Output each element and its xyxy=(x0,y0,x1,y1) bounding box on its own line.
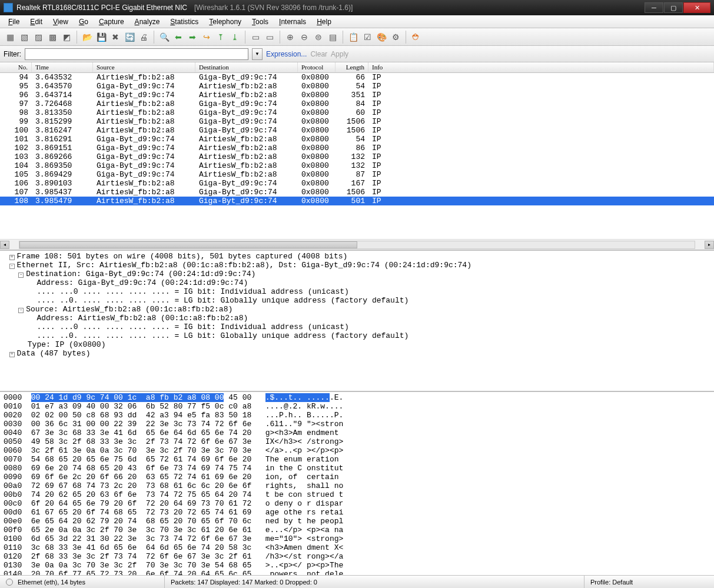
col-time[interactable]: Time xyxy=(32,62,93,72)
zoom-in-icon[interactable]: ⊕ xyxy=(284,31,297,44)
colorize-icon[interactable]: ▭ xyxy=(249,31,262,44)
prefs-icon[interactable]: ⚙ xyxy=(389,31,402,44)
hex-line[interactable]: 0130 3e 0a 0a 3c 70 3e 3c 2f 70 3e 3c 70… xyxy=(4,561,710,570)
menu-internals[interactable]: Internals xyxy=(274,16,311,27)
hex-line[interactable]: 0060 3c 2f 61 3e 0a 0a 3c 70 3e 3c 2f 70… xyxy=(4,446,710,455)
hex-line[interactable]: 0030 00 36 6c 31 00 00 22 39 22 3e 3c 73… xyxy=(4,420,710,428)
packet-row[interactable]: 1043.869350Giga-Byt_d9:9c:74AirtiesW_fb:… xyxy=(0,161,714,170)
close-file-icon[interactable]: ✖ xyxy=(109,31,122,44)
packet-row[interactable]: 1033.869266Giga-Byt_d9:9c:74AirtiesW_fb:… xyxy=(0,152,714,161)
menu-edit[interactable]: Edit xyxy=(25,16,47,27)
hex-line[interactable]: 00f0 65 2e 0a 0a 3c 2f 70 3e 3c 70 3e 3c… xyxy=(4,526,710,534)
tree-node[interactable]: .... ..0. .... .... .... .... = LG bit: … xyxy=(0,331,714,340)
col-source[interactable]: Source xyxy=(93,62,195,72)
menu-statistics[interactable]: Statistics xyxy=(165,16,203,27)
zoom-out-icon[interactable]: ⊖ xyxy=(298,31,311,44)
reload-icon[interactable]: 🔄 xyxy=(123,31,136,44)
save-icon[interactable]: 💾 xyxy=(95,31,108,44)
tree-node[interactable]: +Data (487 bytes) xyxy=(0,349,714,358)
packet-details-pane[interactable]: +Frame 108: 501 bytes on wire (4008 bits… xyxy=(0,251,714,392)
col-destination[interactable]: Destination xyxy=(195,62,298,72)
tree-node[interactable]: -Ethernet II, Src: AirtiesW_fb:b2:a8 (00… xyxy=(0,261,714,270)
expression-button[interactable]: Expression... xyxy=(266,50,307,58)
auto-scroll-icon[interactable]: ▭ xyxy=(263,31,276,44)
col-protocol[interactable]: Protocol xyxy=(298,62,336,72)
tree-node[interactable]: .... ..0. .... .... .... .... = LG bit: … xyxy=(0,296,714,305)
display-filters-icon[interactable]: ☑ xyxy=(361,31,374,44)
packet-row[interactable]: 1003.816247AirtiesW_fb:b2:a8Giga-Byt_d9:… xyxy=(0,126,714,135)
hex-line[interactable]: 0000 00 24 1d d9 9c 74 00 1c a8 fb b2 a8… xyxy=(4,393,710,402)
packet-row[interactable]: 1083.985479AirtiesW_fb:b2:a8Giga-Byt_d9:… xyxy=(0,197,714,205)
hex-line[interactable]: 0140 20 70 6f 77 65 72 73 20 6e 6f 74 20… xyxy=(4,570,710,575)
filter-input[interactable] xyxy=(25,48,248,60)
tree-node[interactable]: -Destination: Giga-Byt_d9:9c:74 (00:24:1… xyxy=(0,270,714,278)
packet-row[interactable]: 1063.890103AirtiesW_fb:b2:a8Giga-Byt_d9:… xyxy=(0,179,714,188)
capture-interfaces-icon[interactable]: ▦ xyxy=(4,31,16,44)
maximize-button[interactable]: ▢ xyxy=(664,2,683,13)
packet-row[interactable]: 1013.816291Giga-Byt_d9:9c:74AirtiesW_fb:… xyxy=(0,135,714,144)
packet-row[interactable]: 983.813350AirtiesW_fb:b2:a8Giga-Byt_d9:9… xyxy=(0,108,714,117)
coloring-rules-icon[interactable]: 🎨 xyxy=(375,31,388,44)
tree-node[interactable]: .... ...0 .... .... .... .... = IG bit: … xyxy=(0,323,714,331)
scroll-left-icon[interactable]: ◂ xyxy=(0,241,9,249)
hex-line[interactable]: 00b0 74 20 62 65 20 63 6f 6e 73 74 72 75… xyxy=(4,490,710,499)
tree-node[interactable]: +Frame 108: 501 bytes on wire (4008 bits… xyxy=(0,252,714,261)
packet-list-header[interactable]: No. Time Source Destination Protocol Len… xyxy=(0,62,714,73)
help-icon[interactable]: ⛑ xyxy=(410,31,423,44)
hex-line[interactable]: 00a0 72 69 67 68 74 73 2c 20 73 68 61 6c… xyxy=(4,481,710,490)
scroll-right-icon[interactable]: ▸ xyxy=(705,241,714,249)
hex-line[interactable]: 0020 02 02 00 50 c8 68 93 dd 42 a3 94 e5… xyxy=(4,411,710,420)
menu-help[interactable]: Help xyxy=(312,16,336,27)
menu-view[interactable]: View xyxy=(48,16,73,27)
packet-row[interactable]: 1073.985437AirtiesW_fb:b2:a8Giga-Byt_d9:… xyxy=(0,188,714,197)
hex-line[interactable]: 0050 49 58 3c 2f 68 33 3e 3c 2f 73 74 72… xyxy=(4,437,710,446)
packet-row[interactable]: 943.643532AirtiesW_fb:b2:a8Giga-Byt_d9:9… xyxy=(0,73,714,82)
apply-button[interactable]: Apply xyxy=(331,50,348,58)
print-icon[interactable]: 🖨 xyxy=(137,31,150,44)
hex-line[interactable]: 0120 2f 68 33 3e 3c 2f 73 74 72 6f 6e 67… xyxy=(4,552,710,561)
col-length[interactable]: Length xyxy=(336,62,368,72)
filter-dropdown[interactable]: ▼ xyxy=(252,48,263,60)
hex-line[interactable]: 0100 6d 65 3d 22 31 30 22 3e 3c 73 74 72… xyxy=(4,534,710,543)
tree-node[interactable]: -Source: AirtiesW_fb:b2:a8 (00:1c:a8:fb:… xyxy=(0,305,714,314)
capture-filters-icon[interactable]: 📋 xyxy=(347,31,360,44)
tree-node[interactable]: Type: IP (0x0800) xyxy=(0,340,714,349)
packet-row[interactable]: 993.815299AirtiesW_fb:b2:a8Giga-Byt_d9:9… xyxy=(0,117,714,126)
col-no[interactable]: No. xyxy=(0,62,32,72)
capture-stop-icon[interactable]: ▩ xyxy=(46,31,59,44)
tree-node[interactable]: Address: Giga-Byt_d9:9c:74 (00:24:1d:d9:… xyxy=(0,278,714,287)
clear-button[interactable]: Clear xyxy=(310,50,327,58)
close-button[interactable]: ✕ xyxy=(683,2,710,13)
hex-line[interactable]: 0090 69 6f 6e 2c 20 6f 66 20 63 65 72 74… xyxy=(4,473,710,481)
minimize-button[interactable]: ─ xyxy=(645,2,663,13)
go-first-icon[interactable]: ⤒ xyxy=(214,31,227,44)
hex-line[interactable]: 0110 3c 68 33 3e 41 6d 65 6e 64 6d 65 6e… xyxy=(4,543,710,552)
menu-telephony[interactable]: Telephony xyxy=(204,16,246,27)
packet-bytes-pane[interactable]: 0000 00 24 1d d9 9c 74 00 1c a8 fb b2 a8… xyxy=(0,392,714,575)
open-icon[interactable]: 📂 xyxy=(81,31,94,44)
menu-analyze[interactable]: Analyze xyxy=(130,16,165,27)
hex-line[interactable]: 0040 67 3e 3c 68 33 3e 41 6d 65 6e 64 6d… xyxy=(4,428,710,437)
go-back-icon[interactable]: ⬅ xyxy=(172,31,185,44)
capture-restart-icon[interactable]: ◩ xyxy=(60,31,73,44)
packet-list-body[interactable]: 943.643532AirtiesW_fb:b2:a8Giga-Byt_d9:9… xyxy=(0,73,714,239)
zoom-reset-icon[interactable]: ⊜ xyxy=(312,31,325,44)
packet-row[interactable]: 1053.869429Giga-Byt_d9:9c:74AirtiesW_fb:… xyxy=(0,170,714,179)
tree-node[interactable]: Address: AirtiesW_fb:b2:a8 (00:1c:a8:fb:… xyxy=(0,314,714,323)
hex-line[interactable]: 0070 54 68 65 20 65 6e 75 6d 65 72 61 74… xyxy=(4,455,710,464)
packet-row[interactable]: 1023.869151Giga-Byt_d9:9c:74AirtiesW_fb:… xyxy=(0,144,714,152)
menu-go[interactable]: Go xyxy=(74,16,93,27)
go-to-icon[interactable]: ↪ xyxy=(200,31,213,44)
packet-row[interactable]: 973.726468AirtiesW_fb:b2:a8Giga-Byt_d9:9… xyxy=(0,99,714,108)
capture-start-icon[interactable]: ▨ xyxy=(32,31,45,44)
tree-node[interactable]: .... ...0 .... .... .... .... = IG bit: … xyxy=(0,287,714,296)
resize-cols-icon[interactable]: ▤ xyxy=(326,31,339,44)
packet-row[interactable]: 963.643714Giga-Byt_d9:9c:74AirtiesW_fb:b… xyxy=(0,91,714,99)
go-last-icon[interactable]: ⤓ xyxy=(228,31,241,44)
go-forward-icon[interactable]: ➡ xyxy=(186,31,199,44)
hex-line[interactable]: 00c0 6f 20 64 65 6e 79 20 6f 72 20 64 69… xyxy=(4,499,710,508)
hex-line[interactable]: 0010 01 e7 a3 09 40 00 32 06 6b 52 80 77… xyxy=(4,402,710,411)
hex-line[interactable]: 0080 69 6e 20 74 68 65 20 43 6f 6e 73 74… xyxy=(4,464,710,473)
hex-line[interactable]: 00e0 6e 65 64 20 62 79 20 74 68 65 20 70… xyxy=(4,517,710,526)
menu-capture[interactable]: Capture xyxy=(94,16,129,27)
